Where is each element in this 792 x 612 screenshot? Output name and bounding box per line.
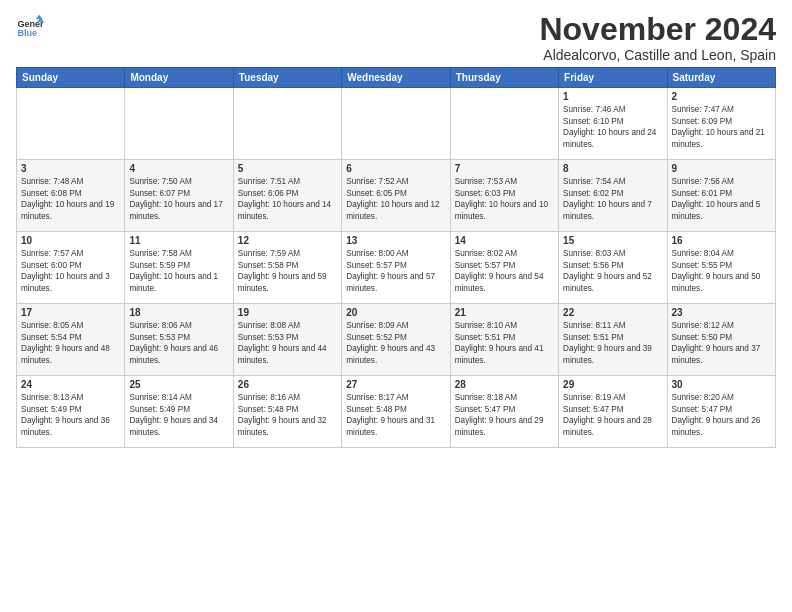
day-info: Sunrise: 7:57 AMSunset: 6:00 PMDaylight:…: [21, 248, 120, 294]
weekday-header-saturday: Saturday: [667, 68, 775, 88]
calendar-week-row: 1Sunrise: 7:46 AMSunset: 6:10 PMDaylight…: [17, 88, 776, 160]
calendar-week-row: 10Sunrise: 7:57 AMSunset: 6:00 PMDayligh…: [17, 232, 776, 304]
calendar-cell: 19Sunrise: 8:08 AMSunset: 5:53 PMDayligh…: [233, 304, 341, 376]
day-number: 18: [129, 307, 228, 318]
calendar-cell: 20Sunrise: 8:09 AMSunset: 5:52 PMDayligh…: [342, 304, 450, 376]
day-number: 16: [672, 235, 771, 246]
day-number: 23: [672, 307, 771, 318]
calendar-week-row: 3Sunrise: 7:48 AMSunset: 6:08 PMDaylight…: [17, 160, 776, 232]
weekday-header-row: SundayMondayTuesdayWednesdayThursdayFrid…: [17, 68, 776, 88]
calendar-cell: [17, 88, 125, 160]
weekday-header-thursday: Thursday: [450, 68, 558, 88]
day-info: Sunrise: 7:56 AMSunset: 6:01 PMDaylight:…: [672, 176, 771, 222]
calendar-cell: 10Sunrise: 7:57 AMSunset: 6:00 PMDayligh…: [17, 232, 125, 304]
day-info: Sunrise: 8:12 AMSunset: 5:50 PMDaylight:…: [672, 320, 771, 366]
day-number: 8: [563, 163, 662, 174]
calendar-cell: 22Sunrise: 8:11 AMSunset: 5:51 PMDayligh…: [559, 304, 667, 376]
day-number: 20: [346, 307, 445, 318]
day-number: 2: [672, 91, 771, 102]
day-info: Sunrise: 7:46 AMSunset: 6:10 PMDaylight:…: [563, 104, 662, 150]
day-info: Sunrise: 8:11 AMSunset: 5:51 PMDaylight:…: [563, 320, 662, 366]
day-number: 28: [455, 379, 554, 390]
calendar-cell: [450, 88, 558, 160]
logo-icon: General Blue: [16, 12, 44, 40]
day-number: 24: [21, 379, 120, 390]
calendar-cell: 25Sunrise: 8:14 AMSunset: 5:49 PMDayligh…: [125, 376, 233, 448]
calendar-cell: 3Sunrise: 7:48 AMSunset: 6:08 PMDaylight…: [17, 160, 125, 232]
day-number: 6: [346, 163, 445, 174]
calendar-cell: [342, 88, 450, 160]
calendar-cell: 2Sunrise: 7:47 AMSunset: 6:09 PMDaylight…: [667, 88, 775, 160]
day-info: Sunrise: 7:58 AMSunset: 5:59 PMDaylight:…: [129, 248, 228, 294]
day-info: Sunrise: 8:06 AMSunset: 5:53 PMDaylight:…: [129, 320, 228, 366]
day-info: Sunrise: 8:20 AMSunset: 5:47 PMDaylight:…: [672, 392, 771, 438]
day-info: Sunrise: 7:50 AMSunset: 6:07 PMDaylight:…: [129, 176, 228, 222]
day-info: Sunrise: 8:16 AMSunset: 5:48 PMDaylight:…: [238, 392, 337, 438]
day-number: 3: [21, 163, 120, 174]
weekday-header-tuesday: Tuesday: [233, 68, 341, 88]
calendar-cell: 9Sunrise: 7:56 AMSunset: 6:01 PMDaylight…: [667, 160, 775, 232]
day-number: 7: [455, 163, 554, 174]
day-info: Sunrise: 7:47 AMSunset: 6:09 PMDaylight:…: [672, 104, 771, 150]
page-container: General Blue November 2024 Aldealcorvo, …: [0, 0, 792, 456]
calendar-cell: 14Sunrise: 8:02 AMSunset: 5:57 PMDayligh…: [450, 232, 558, 304]
logo: General Blue: [16, 12, 44, 40]
weekday-header-monday: Monday: [125, 68, 233, 88]
calendar-cell: 1Sunrise: 7:46 AMSunset: 6:10 PMDaylight…: [559, 88, 667, 160]
title-block: November 2024 Aldealcorvo, Castille and …: [539, 12, 776, 63]
day-number: 22: [563, 307, 662, 318]
day-info: Sunrise: 7:59 AMSunset: 5:58 PMDaylight:…: [238, 248, 337, 294]
calendar-cell: 11Sunrise: 7:58 AMSunset: 5:59 PMDayligh…: [125, 232, 233, 304]
day-info: Sunrise: 8:08 AMSunset: 5:53 PMDaylight:…: [238, 320, 337, 366]
day-number: 15: [563, 235, 662, 246]
day-number: 17: [21, 307, 120, 318]
day-number: 26: [238, 379, 337, 390]
day-number: 27: [346, 379, 445, 390]
day-number: 5: [238, 163, 337, 174]
day-info: Sunrise: 8:14 AMSunset: 5:49 PMDaylight:…: [129, 392, 228, 438]
calendar-week-row: 17Sunrise: 8:05 AMSunset: 5:54 PMDayligh…: [17, 304, 776, 376]
svg-marker-2: [36, 15, 43, 19]
day-number: 12: [238, 235, 337, 246]
day-number: 4: [129, 163, 228, 174]
location-subtitle: Aldealcorvo, Castille and Leon, Spain: [539, 47, 776, 63]
month-title: November 2024: [539, 12, 776, 47]
calendar-cell: 24Sunrise: 8:13 AMSunset: 5:49 PMDayligh…: [17, 376, 125, 448]
header: General Blue November 2024 Aldealcorvo, …: [16, 12, 776, 63]
calendar-cell: 27Sunrise: 8:17 AMSunset: 5:48 PMDayligh…: [342, 376, 450, 448]
day-info: Sunrise: 8:02 AMSunset: 5:57 PMDaylight:…: [455, 248, 554, 294]
calendar-cell: 29Sunrise: 8:19 AMSunset: 5:47 PMDayligh…: [559, 376, 667, 448]
day-number: 9: [672, 163, 771, 174]
calendar-cell: 28Sunrise: 8:18 AMSunset: 5:47 PMDayligh…: [450, 376, 558, 448]
calendar-cell: 26Sunrise: 8:16 AMSunset: 5:48 PMDayligh…: [233, 376, 341, 448]
calendar-cell: 7Sunrise: 7:53 AMSunset: 6:03 PMDaylight…: [450, 160, 558, 232]
day-info: Sunrise: 7:54 AMSunset: 6:02 PMDaylight:…: [563, 176, 662, 222]
day-number: 19: [238, 307, 337, 318]
svg-text:Blue: Blue: [17, 28, 37, 38]
calendar-table: SundayMondayTuesdayWednesdayThursdayFrid…: [16, 67, 776, 448]
calendar-cell: 16Sunrise: 8:04 AMSunset: 5:55 PMDayligh…: [667, 232, 775, 304]
day-info: Sunrise: 8:18 AMSunset: 5:47 PMDaylight:…: [455, 392, 554, 438]
day-number: 29: [563, 379, 662, 390]
calendar-cell: [233, 88, 341, 160]
calendar-cell: 8Sunrise: 7:54 AMSunset: 6:02 PMDaylight…: [559, 160, 667, 232]
weekday-header-friday: Friday: [559, 68, 667, 88]
calendar-cell: 18Sunrise: 8:06 AMSunset: 5:53 PMDayligh…: [125, 304, 233, 376]
day-number: 14: [455, 235, 554, 246]
day-number: 11: [129, 235, 228, 246]
day-number: 1: [563, 91, 662, 102]
weekday-header-sunday: Sunday: [17, 68, 125, 88]
day-number: 25: [129, 379, 228, 390]
day-info: Sunrise: 8:13 AMSunset: 5:49 PMDaylight:…: [21, 392, 120, 438]
day-info: Sunrise: 8:03 AMSunset: 5:56 PMDaylight:…: [563, 248, 662, 294]
day-info: Sunrise: 8:10 AMSunset: 5:51 PMDaylight:…: [455, 320, 554, 366]
calendar-cell: 6Sunrise: 7:52 AMSunset: 6:05 PMDaylight…: [342, 160, 450, 232]
day-info: Sunrise: 7:51 AMSunset: 6:06 PMDaylight:…: [238, 176, 337, 222]
day-info: Sunrise: 7:52 AMSunset: 6:05 PMDaylight:…: [346, 176, 445, 222]
calendar-cell: 17Sunrise: 8:05 AMSunset: 5:54 PMDayligh…: [17, 304, 125, 376]
calendar-week-row: 24Sunrise: 8:13 AMSunset: 5:49 PMDayligh…: [17, 376, 776, 448]
day-info: Sunrise: 8:09 AMSunset: 5:52 PMDaylight:…: [346, 320, 445, 366]
day-number: 21: [455, 307, 554, 318]
calendar-cell: [125, 88, 233, 160]
calendar-cell: 13Sunrise: 8:00 AMSunset: 5:57 PMDayligh…: [342, 232, 450, 304]
